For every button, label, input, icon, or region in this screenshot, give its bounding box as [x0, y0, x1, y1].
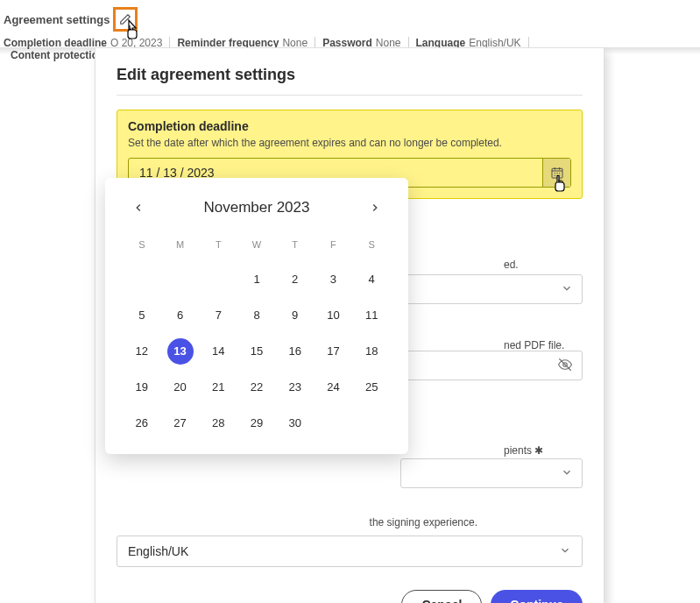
chevron-down-icon [559, 544, 571, 559]
chevron-right-icon [369, 202, 381, 214]
calendar-day[interactable]: 18 [352, 336, 391, 366]
calendar-day[interactable]: 23 [276, 372, 315, 402]
calendar-day[interactable]: 26 [123, 408, 161, 438]
partial-text-1: ed. [504, 259, 519, 271]
header-title-row: Agreement settings [4, 7, 696, 32]
calendar-dow: W [237, 234, 276, 259]
prev-month-button[interactable] [128, 197, 149, 218]
calendar-day[interactable]: 3 [315, 264, 353, 294]
language-desc: the signing experience. [117, 516, 583, 529]
calendar-day[interactable]: 30 [276, 408, 315, 438]
calendar-day[interactable]: 2 [276, 264, 315, 294]
recipients-select[interactable] [400, 458, 583, 488]
calendar-dow: F [315, 234, 353, 259]
calendar-day[interactable]: 7 [199, 300, 237, 330]
calendar-day[interactable]: 19 [123, 372, 161, 402]
eye-off-icon[interactable] [557, 357, 573, 375]
agreement-settings-title: Agreement settings [4, 13, 110, 26]
chevron-down-icon [561, 282, 573, 297]
calendar-day[interactable]: 4 [352, 264, 391, 294]
calendar-day[interactable]: 22 [237, 372, 276, 402]
calendar-dow: S [352, 234, 391, 259]
calendar-day[interactable]: 16 [276, 336, 315, 366]
calendar-day[interactable]: 13 [161, 336, 200, 366]
open-calendar-button[interactable] [542, 159, 570, 187]
chevron-left-icon [132, 202, 145, 214]
cancel-button[interactable]: Cancel [401, 590, 482, 603]
calendar-day[interactable]: 21 [199, 372, 237, 402]
language-selected-value: English/UK [128, 544, 188, 558]
modal-divider [117, 95, 583, 96]
calendar-day[interactable]: 25 [352, 372, 391, 402]
pointer-cursor-icon [123, 18, 142, 44]
calendar-dow: S [123, 234, 161, 259]
calendar-day[interactable]: 24 [315, 372, 353, 402]
partial-text-3: pients ✱ [504, 444, 543, 457]
edit-settings-button[interactable] [113, 7, 138, 32]
modal-button-row: Cancel Continue [117, 590, 583, 603]
chevron-down-icon [561, 466, 573, 481]
calendar-dow: T [276, 234, 315, 259]
deadline-section-desc: Set the date after which the agreement e… [128, 137, 571, 149]
calendar-day[interactable]: 11 [352, 300, 391, 330]
pointer-cursor-icon [550, 171, 569, 196]
calendar-empty-cell [199, 264, 237, 294]
calendar-day[interactable]: 1 [237, 264, 276, 294]
deadline-section-title: Completion deadline [128, 119, 571, 133]
calendar-day[interactable]: 14 [199, 336, 237, 366]
calendar-dow: T [199, 234, 237, 259]
calendar-day[interactable]: 9 [276, 300, 315, 330]
calendar-day[interactable]: 10 [315, 300, 353, 330]
calendar-day[interactable]: 28 [199, 408, 237, 438]
reminder-select[interactable] [400, 274, 583, 304]
partial-text-2: ned PDF file. [504, 339, 564, 351]
calendar-empty-cell [161, 264, 200, 294]
calendar-day[interactable]: 27 [161, 408, 200, 438]
calendar-day[interactable]: 15 [237, 336, 276, 366]
next-month-button[interactable] [364, 197, 385, 218]
modal-title: Edit agreement settings [117, 66, 583, 84]
calendar-day[interactable]: 17 [315, 336, 353, 366]
calendar-header: November 2023 [123, 197, 391, 218]
calendar-day[interactable]: 8 [237, 300, 276, 330]
calendar-month-label: November 2023 [204, 199, 310, 216]
continue-button[interactable]: Continue [491, 590, 583, 603]
calendar-day[interactable]: 5 [123, 300, 161, 330]
language-select[interactable]: English/UK [117, 536, 583, 567]
calendar-day[interactable]: 29 [237, 408, 276, 438]
language-section: the signing experience. English/UK [117, 516, 583, 567]
calendar-grid: SMTWTFS123456789101112131415161718192021… [123, 234, 391, 438]
calendar-day[interactable]: 12 [123, 336, 161, 366]
calendar-empty-cell [123, 264, 161, 294]
calendar-day[interactable]: 6 [161, 300, 200, 330]
password-field[interactable] [400, 351, 583, 380]
date-picker-popover: November 2023 SMTWTFS1234567891011121314… [105, 178, 408, 454]
calendar-dow: M [161, 234, 200, 259]
calendar-day[interactable]: 20 [161, 372, 200, 402]
